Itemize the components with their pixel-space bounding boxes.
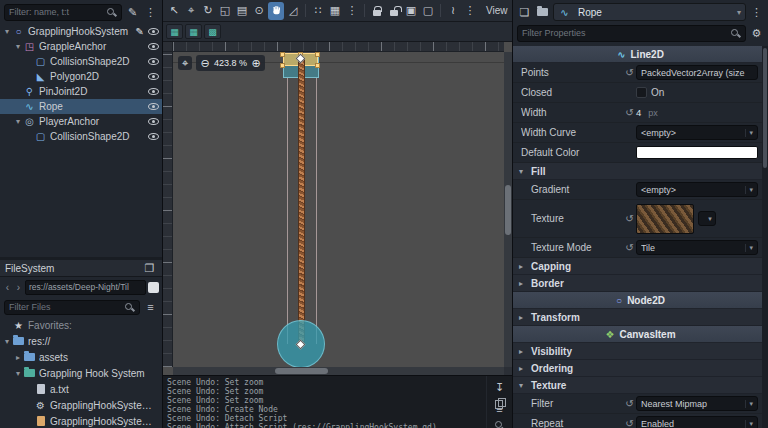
toggle-split-mode-button[interactable]	[148, 282, 159, 293]
node-selector-dropdown[interactable]: ∿ Rope ▾	[553, 3, 746, 21]
fs-entry-res-[interactable]: ▾res://	[0, 333, 162, 349]
history-back-icon[interactable]: ‹	[3, 282, 12, 293]
color-swatch[interactable]	[636, 146, 758, 159]
group-visibility[interactable]: ▸Visibility	[513, 343, 768, 360]
revert-icon[interactable]: ↺	[623, 67, 636, 78]
scene-node-playeranchor[interactable]: ▾◎PlayerAnchor	[0, 114, 162, 129]
selection-handle[interactable]	[315, 52, 320, 57]
smart-snap-toggle-icon[interactable]: ∷	[310, 2, 326, 20]
select-tool-icon[interactable]: ↖	[166, 2, 182, 20]
number-value[interactable]: 4	[636, 107, 641, 118]
zoom-out-button[interactable]: ⊖	[198, 56, 212, 70]
group-ordering[interactable]: ▸Ordering	[513, 360, 768, 377]
selection-handle[interactable]	[280, 63, 285, 68]
visibility-toggle[interactable]	[148, 102, 159, 111]
revert-icon[interactable]: ↺	[623, 107, 636, 118]
visibility-toggle[interactable]	[148, 27, 159, 36]
dropdown-repeat[interactable]: Enabled▾	[636, 416, 758, 428]
revert-icon[interactable]: ↺	[623, 213, 636, 224]
selection-handle[interactable]	[315, 63, 320, 68]
revert-icon[interactable]: ↺	[623, 242, 636, 253]
scale-tool-icon[interactable]: ◱	[217, 2, 233, 20]
fs-entry-grapplinghooksystem-tscn[interactable]: GrapplingHookSystem.tscn	[0, 413, 162, 428]
scene-filter-box[interactable]	[4, 4, 122, 21]
group-transform[interactable]: ▸Transform	[513, 309, 768, 326]
visibility-toggle[interactable]	[148, 42, 159, 51]
scene-more-options-icon[interactable]: ⋮	[143, 4, 158, 20]
fs-entry-grappling-hook-system[interactable]: ▾Grappling Hook System	[0, 365, 162, 381]
overlay-toggle-grid-icon[interactable]: ▦	[166, 24, 183, 39]
load-resource-icon[interactable]	[535, 4, 550, 20]
group-fill[interactable]: ▾Fill	[513, 163, 768, 180]
fs-entry-assets[interactable]: ▸assets	[0, 349, 162, 365]
dropdown-filter[interactable]: Nearest Mipmap▾	[636, 396, 758, 411]
scene-node-grapplinghooksystem[interactable]: ▾○GrapplingHookSystem✎	[0, 24, 162, 39]
group-button-icon[interactable]: ▣	[403, 2, 419, 20]
dropdown-texture-mode[interactable]: Tile▾	[636, 240, 758, 255]
snap-options-icon[interactable]: ⋮	[344, 2, 360, 20]
group-capping[interactable]: ▸Capping	[513, 258, 768, 275]
overlay-toggle-snap-icon[interactable]: ▦	[185, 24, 202, 39]
texture-preview[interactable]	[636, 204, 694, 234]
ruler-tool-icon[interactable]: ◿	[285, 2, 301, 20]
move-tool-icon[interactable]: ⌖	[183, 2, 199, 20]
visibility-toggle[interactable]	[148, 57, 159, 66]
grid-snap-toggle-icon[interactable]: ▦	[327, 2, 343, 20]
fs-entry-grapplinghooksystem-gd[interactable]: ⚙GrapplingHookSystem.gd	[0, 397, 162, 413]
visibility-toggle[interactable]	[148, 132, 159, 141]
inspector-scrollbar[interactable]	[762, 46, 768, 428]
revert-icon[interactable]: ↺	[623, 418, 636, 428]
expand-arrow[interactable]: ▾	[13, 369, 23, 378]
zoom-in-button[interactable]: ⊕	[249, 56, 263, 70]
expand-arrow[interactable]: ▾	[2, 27, 12, 36]
group-texture[interactable]: ▾Texture	[513, 377, 768, 394]
file-filter-input[interactable]	[9, 302, 124, 312]
zoom-level[interactable]: 423.8 %	[212, 58, 249, 68]
scene-node-pinjoint2d[interactable]: ⚲PinJoint2D	[0, 84, 162, 99]
visibility-toggle[interactable]	[148, 117, 159, 126]
dropdown-width-curve[interactable]: <empty>▾	[636, 125, 758, 140]
2d-viewport[interactable]: ⌖ ⊖ 423.8 % ⊕	[163, 42, 512, 375]
scene-node-collisionshape2d[interactable]: ▢CollisionShape2D	[0, 54, 162, 69]
new-resource-icon[interactable]: ❏	[517, 4, 532, 20]
attach-script-icon[interactable]: ✎	[125, 4, 140, 20]
visibility-toggle[interactable]	[148, 87, 159, 96]
expand-arrow[interactable]: ▾	[13, 117, 23, 126]
unlock-button-icon[interactable]	[386, 2, 402, 20]
revert-icon[interactable]: ↺	[623, 398, 636, 409]
property-filter-input[interactable]	[522, 28, 730, 38]
center-view-icon[interactable]: ⌖	[178, 56, 192, 70]
group-border[interactable]: ▸Border	[513, 275, 768, 292]
scene-node-rope[interactable]: ∿Rope	[0, 99, 162, 114]
filter-options-icon[interactable]: ⚙	[749, 25, 764, 41]
pan-tool-icon[interactable]	[268, 2, 284, 20]
dock-options-icon[interactable]: ❐	[142, 260, 157, 276]
viewport-canvas[interactable]: ⌖ ⊖ 423.8 % ⊕	[173, 52, 504, 367]
skeleton-options-icon[interactable]: ⋮	[462, 2, 478, 20]
viewport-vertical-scrollbar[interactable]	[504, 52, 512, 367]
file-filter-box[interactable]	[4, 300, 140, 315]
ungroup-button-icon[interactable]: ▢	[420, 2, 436, 20]
viewport-horizontal-scrollbar[interactable]	[173, 367, 504, 375]
save-log-icon[interactable]: ↧	[492, 379, 507, 395]
sort-files-icon[interactable]: ≡	[143, 299, 158, 315]
skeleton-button-icon[interactable]: ≀	[445, 2, 461, 20]
fs-entry-a-txt[interactable]: a.txt	[0, 381, 162, 397]
texture-dropdown[interactable]: ▾	[698, 211, 716, 226]
fs-entry-favorites-[interactable]: ★Favorites:	[0, 317, 162, 333]
rotate-tool-icon[interactable]: ↻	[200, 2, 216, 20]
expand-arrow[interactable]: ▾	[13, 42, 23, 51]
overlay-toggle-guides-icon[interactable]: ▩	[204, 24, 221, 39]
dropdown-gradient[interactable]: <empty>▾	[636, 182, 758, 197]
pivot-tool-icon[interactable]: ⊙	[251, 2, 267, 20]
expand-arrow[interactable]: ▸	[13, 353, 23, 362]
search-log-icon[interactable]	[494, 420, 505, 428]
property-filter-box[interactable]	[517, 25, 746, 42]
view-menu-button[interactable]: View	[479, 5, 515, 16]
inspector-menu-icon[interactable]: ⋮	[749, 4, 764, 20]
script-badge-icon[interactable]: ✎	[136, 26, 144, 37]
scene-node-polygon2d[interactable]: ◣Polygon2D	[0, 69, 162, 84]
expand-arrow[interactable]: ▾	[2, 337, 12, 346]
lock-button-icon[interactable]	[369, 2, 385, 20]
current-path-field[interactable]	[25, 280, 146, 295]
